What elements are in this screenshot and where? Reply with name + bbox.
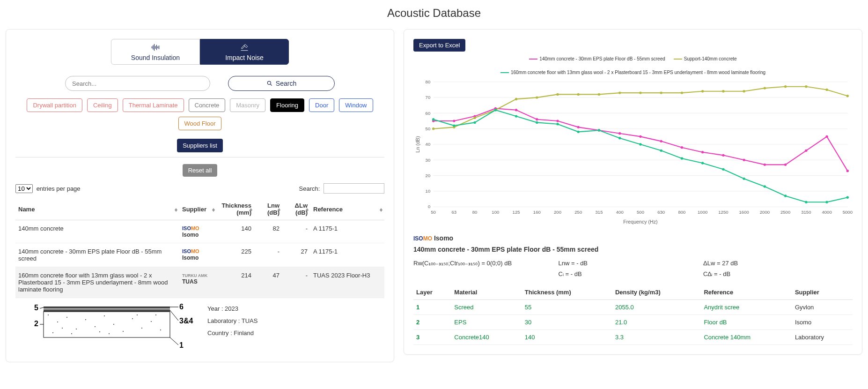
layer-row[interactable]: 2EPS3021.0Floor dBIsomo: [413, 315, 853, 330]
col-name[interactable]: Name: [15, 198, 179, 220]
svg-point-17: [113, 324, 114, 325]
svg-point-112: [743, 90, 745, 92]
svg-point-103: [556, 93, 559, 96]
svg-text:100: 100: [492, 209, 499, 215]
svg-point-131: [701, 162, 704, 164]
metrics-table: Rw(C₁₀₀₋₃₁₅₀;Ctr₁₀₀₋₃₁₅₀) = 0(0;0) dB Ln…: [413, 258, 853, 279]
table-row[interactable]: 140mm concrete - 30mm EPS plate Floor dB…: [15, 243, 384, 267]
tab-sound-insulation[interactable]: Sound Insulation: [111, 39, 200, 65]
svg-point-118: [432, 118, 434, 120]
chip-drywall-partition[interactable]: Drywall partition: [27, 98, 82, 112]
svg-text:0: 0: [428, 204, 430, 209]
hammer-icon: [239, 43, 250, 52]
chip-thermal-laminate[interactable]: Thermal Laminate: [123, 98, 184, 112]
svg-point-134: [764, 185, 766, 187]
svg-rect-9: [44, 312, 170, 337]
svg-point-129: [660, 150, 662, 152]
detail-country: Country : Finland: [207, 327, 257, 339]
svg-point-122: [515, 115, 517, 117]
export-excel-button[interactable]: Export to Excel: [413, 39, 465, 52]
svg-point-123: [536, 121, 538, 124]
col-lnw[interactable]: Lnw (dB): [254, 198, 282, 220]
sound-wave-icon: [150, 43, 161, 52]
svg-point-130: [681, 157, 683, 159]
svg-point-111: [722, 90, 724, 92]
svg-point-115: [805, 85, 807, 88]
col-reference[interactable]: Reference: [310, 198, 384, 220]
category-chips: Drywall partitionCeilingThermal Laminate…: [15, 98, 384, 130]
svg-point-135: [784, 194, 787, 197]
detail-title: 140mm concrete - 30mm EPS plate Floor dB…: [413, 246, 853, 253]
svg-point-89: [701, 151, 704, 153]
svg-rect-8: [44, 310, 170, 312]
svg-text:160: 160: [533, 209, 541, 215]
svg-point-104: [577, 93, 580, 96]
frequency-chart: 0102030405060708050638010012516020025031…: [413, 77, 853, 227]
chip-wood-floor[interactable]: Wood Floor: [178, 117, 222, 130]
svg-point-21: [151, 321, 152, 322]
svg-point-81: [536, 118, 538, 120]
detail-lab: Laboratory : TUAS: [207, 315, 257, 327]
chip-concrete[interactable]: Concrete: [189, 98, 226, 112]
svg-point-125: [577, 131, 580, 133]
svg-point-24: [71, 333, 72, 334]
svg-point-20: [141, 328, 142, 329]
row-detail-panel: 5 2 6 3&4 1: [15, 301, 384, 352]
suppliers-list-button[interactable]: Suppliers list: [177, 139, 223, 152]
chip-door[interactable]: Door: [309, 98, 334, 112]
search-button[interactable]: Search: [228, 76, 335, 91]
page-title: Acoustic Database: [0, 0, 868, 29]
tab-label: Sound Insulation: [131, 54, 180, 61]
chip-ceiling[interactable]: Ceiling: [87, 98, 118, 112]
svg-point-88: [681, 146, 683, 149]
svg-point-90: [722, 154, 724, 157]
svg-point-110: [701, 90, 704, 92]
layer-row[interactable]: 1Screed552055.0Anydrit screeGyvlon: [413, 300, 853, 315]
svg-line-30: [40, 307, 44, 308]
svg-point-83: [577, 126, 580, 128]
svg-point-96: [846, 170, 849, 172]
entries-select[interactable]: 10: [15, 184, 33, 193]
svg-text:4000: 4000: [822, 209, 831, 215]
svg-text:80: 80: [426, 79, 431, 84]
tab-impact-noise[interactable]: Impact Noise: [200, 39, 289, 65]
svg-point-86: [639, 135, 641, 138]
table-search-input[interactable]: [324, 183, 384, 194]
mode-tabs: Sound Insulation Impact Noise: [15, 39, 384, 65]
svg-text:800: 800: [678, 209, 685, 215]
col-supplier[interactable]: Supplier: [179, 198, 217, 220]
layer-row[interactable]: 3Concrete1401403.3Concrete 140mmLaborato…: [413, 330, 853, 345]
reset-all-button[interactable]: Reset all: [183, 164, 218, 177]
search-input[interactable]: [65, 76, 210, 91]
svg-point-128: [639, 143, 641, 145]
chip-masonry[interactable]: Masonry: [230, 98, 265, 112]
svg-point-138: [846, 196, 849, 199]
table-row[interactable]: 160mm concrete floor with 13mm glass woo…: [15, 267, 384, 298]
col-thickness[interactable]: Thickness (mm): [217, 198, 254, 220]
svg-point-114: [784, 85, 787, 88]
svg-point-12: [66, 317, 67, 318]
svg-point-22: [160, 329, 161, 330]
results-table: Name Supplier Thickness (mm) Lnw (dB) ΔL…: [15, 198, 384, 298]
svg-text:125: 125: [513, 209, 520, 215]
chip-flooring[interactable]: Flooring: [270, 98, 304, 112]
svg-text:2500: 2500: [780, 209, 790, 215]
svg-point-16: [104, 315, 105, 316]
table-row[interactable]: 140mm concreteISOMOIsomo14082-A 1175-1: [15, 220, 384, 243]
svg-point-109: [681, 91, 683, 94]
svg-point-95: [825, 135, 828, 138]
svg-text:30: 30: [426, 157, 431, 163]
svg-point-85: [618, 132, 621, 135]
svg-text:Ln (dB): Ln (dB): [415, 136, 420, 153]
svg-point-93: [784, 164, 787, 166]
svg-text:315: 315: [596, 209, 603, 215]
chip-window[interactable]: Window: [339, 98, 373, 112]
svg-text:500: 500: [637, 209, 644, 215]
svg-point-99: [473, 117, 476, 119]
svg-point-126: [598, 129, 600, 131]
svg-point-26: [137, 314, 138, 315]
svg-point-106: [618, 91, 621, 94]
col-dlw[interactable]: ΔLw (dB): [282, 198, 310, 220]
entries-per-page: 10 entries per page: [15, 184, 81, 193]
svg-text:63: 63: [452, 209, 457, 215]
